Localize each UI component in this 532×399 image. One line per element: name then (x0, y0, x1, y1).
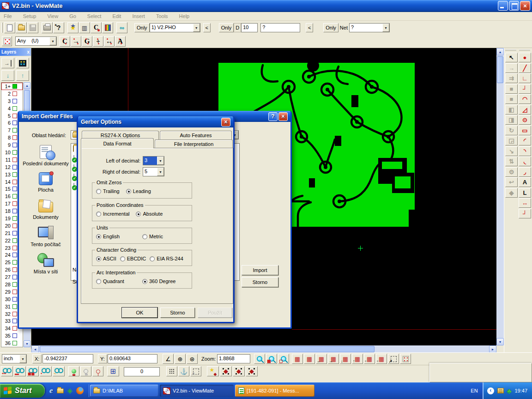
layer-color-swatch[interactable] (12, 180, 17, 184)
radio-option[interactable]: 360 Degree (142, 278, 182, 284)
ok-button[interactable]: OK (122, 308, 157, 318)
place-item[interactable]: Tento počítač (23, 226, 69, 247)
aperture-button[interactable]: C (91, 22, 102, 33)
view-outline-button[interactable]: • (40, 366, 52, 376)
layer-row[interactable]: 3 (1, 97, 23, 105)
clock[interactable]: 19:47 (514, 388, 527, 393)
layer-color-swatch[interactable] (12, 209, 17, 213)
radio-icon[interactable] (96, 279, 101, 284)
select-cursor-button[interactable]: ↖ (505, 53, 518, 62)
menu-go[interactable]: Go (69, 13, 76, 19)
draw-pad-button[interactable]: ● (519, 53, 531, 62)
step-count-field[interactable]: 0 (124, 367, 160, 376)
vscroll-thumb[interactable] (497, 56, 503, 83)
tray-icq-icon[interactable]: ♣ (507, 387, 512, 395)
menu-view[interactable]: View (47, 13, 58, 19)
select-swap-button[interactable]: ↔ (104, 36, 115, 47)
layer-color-swatch[interactable] (12, 106, 17, 111)
canvas-hscrollbar[interactable]: ◄ ► (31, 345, 496, 353)
radio-icon[interactable] (142, 234, 147, 239)
radio-icon[interactable] (120, 256, 125, 261)
layer-color-swatch[interactable] (12, 114, 17, 118)
highlight-off-button[interactable] (80, 366, 91, 376)
layer-color-swatch[interactable] (12, 224, 17, 228)
layer-color-swatch[interactable] (12, 333, 17, 338)
scroll-down-icon[interactable]: ▼ (496, 338, 504, 345)
fill-square-button[interactable]: ■ (505, 84, 518, 94)
layer-color-swatch[interactable] (12, 128, 17, 133)
y-coordinate-field[interactable]: 0.690643 (108, 354, 157, 363)
right-of-decimal-combo[interactable]: 5 ▼ (143, 167, 164, 176)
menu-file[interactable]: File (4, 13, 12, 19)
gerber-dialog-titlebar[interactable]: Gerber Options × (78, 116, 233, 127)
layer-color-swatch[interactable] (12, 246, 17, 250)
firefox-icon[interactable] (76, 387, 84, 394)
draw-polyline-button[interactable]: ∟ (519, 73, 531, 83)
layer-color-swatch[interactable] (12, 187, 17, 191)
draw-circle-button[interactable]: ⊙ (519, 115, 531, 125)
radio-option[interactable]: English (96, 234, 136, 239)
radio-icon[interactable] (96, 256, 101, 261)
zoom-area-button[interactable]: ↗ (388, 354, 399, 364)
select-area-button[interactable] (400, 354, 411, 364)
tray-app-icon[interactable] (497, 388, 504, 393)
radio-icon[interactable] (96, 234, 101, 239)
select-g-button[interactable]: G (82, 36, 92, 47)
layer-color-swatch[interactable] (12, 91, 17, 96)
layer-color-swatch[interactable] (12, 150, 17, 155)
tab-auto-features[interactable]: Auto Features (160, 131, 232, 139)
taskbar-task-button[interactable]: V2.bin - ViewMate (160, 385, 234, 397)
radio-icon[interactable] (150, 256, 155, 261)
select-text-button[interactable]: A (115, 36, 126, 47)
hscroll-thumb[interactable] (40, 346, 375, 352)
zoom-field[interactable]: 1.8868 (217, 354, 250, 363)
layer-color-swatch[interactable] (12, 135, 17, 140)
draw-tools-button[interactable]: ▥ (79, 22, 90, 33)
layer-color-swatch[interactable] (12, 282, 17, 287)
scale-button[interactable]: ◲ (505, 136, 518, 145)
radio-icon[interactable] (96, 212, 101, 217)
draw-arc-3-button[interactable]: ◟ (519, 157, 531, 166)
scroll-up-icon[interactable]: ▲ (496, 48, 504, 55)
x-coordinate-field[interactable]: -0.942237 (42, 354, 93, 363)
view-all-layers-button[interactable]: ••• (1, 366, 13, 376)
explorer-folder-icon[interactable] (57, 388, 64, 393)
view-active-layer-button[interactable]: ▬ (14, 366, 26, 376)
layer-row[interactable]: 35 (1, 332, 23, 339)
view-solid-button[interactable]: ◼◼ (27, 366, 39, 376)
radio-option[interactable]: Leading (126, 188, 151, 194)
dcode-input[interactable]: 10 (241, 23, 258, 32)
draw-text-button[interactable]: A (519, 177, 531, 187)
view-sketch-button[interactable]: ~ (53, 366, 65, 376)
chevron-down-icon[interactable]: ▼ (157, 157, 164, 165)
draw-rectangle-button[interactable]: ▭ (519, 126, 531, 135)
auto-pan-button[interactable]: ⊛ (187, 354, 198, 364)
import-button[interactable]: Import (242, 265, 278, 275)
origin-target-button[interactable]: ⊕ (175, 354, 186, 364)
layer-color-swatch[interactable] (12, 157, 17, 162)
pad-select-2-button[interactable] (233, 366, 245, 376)
radio-option[interactable]: EIA RS-244 (150, 256, 183, 261)
layer-color-swatch[interactable] (12, 326, 17, 331)
minimize-button[interactable] (498, 1, 508, 11)
net-combo[interactable]: ? ▼ (349, 23, 390, 32)
fill-square-2-button[interactable]: ■ (505, 94, 518, 104)
toolbar-grip[interactable] (1, 23, 3, 33)
copy-item-button[interactable]: ⇉ (505, 73, 518, 83)
scroll-down-icon[interactable]: ▼ (24, 340, 30, 347)
radio-option[interactable]: EBCDIC (120, 256, 146, 261)
storno-button[interactable]: Storno (160, 308, 195, 318)
radio-icon[interactable] (136, 212, 141, 217)
menu-tools[interactable]: Tools (156, 13, 168, 19)
layer-row[interactable]: 2 (1, 90, 23, 97)
layer-combo[interactable]: 1) V2.PHO ▼ (150, 23, 200, 32)
close-icon[interactable]: × (221, 118, 230, 127)
layer-color-swatch[interactable] (12, 165, 17, 169)
scroll-left-icon[interactable]: ◄ (31, 345, 39, 353)
open-button[interactable] (16, 22, 27, 33)
layer-color-swatch[interactable] (12, 312, 17, 316)
layer-color-swatch[interactable] (12, 290, 17, 294)
flash-mode-button[interactable]: ★ (67, 22, 79, 33)
grid-down-button[interactable]: ▦↓ (340, 354, 351, 364)
layer-row[interactable]: 1+ (1, 83, 23, 90)
